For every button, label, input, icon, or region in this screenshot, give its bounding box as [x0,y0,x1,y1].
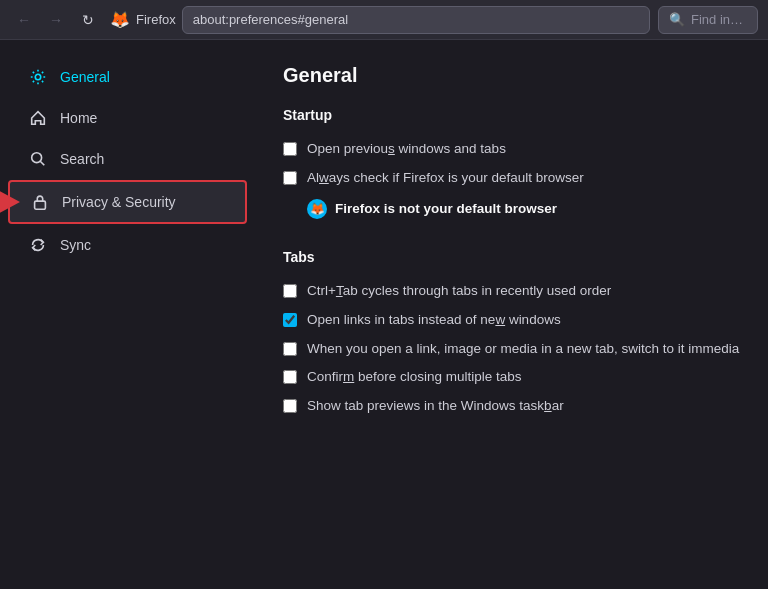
ctrl-tab-label: Ctrl+Tab cycles through tabs in recently… [307,282,611,301]
sidebar-item-search[interactable]: Search [8,139,247,179]
sidebar-item-privacy[interactable]: Privacy & Security [8,180,247,224]
confirm-close-checkbox[interactable] [283,370,297,384]
sidebar-home-label: Home [60,110,97,126]
sidebar-general-label: General [60,69,110,85]
sidebar-privacy-label: Privacy & Security [62,194,176,210]
tab-previews-checkbox[interactable] [283,399,297,413]
check-default-browser-item: Always check if Firefox is your default … [283,164,740,193]
open-links-item: Open links in tabs instead of new window… [283,306,740,335]
confirm-close-label: Confirm before closing multiple tabs [307,368,522,387]
open-prev-windows-checkbox[interactable] [283,142,297,156]
startup-section-title: Startup [283,107,740,123]
underline-tab-t: T [336,283,343,298]
refresh-button[interactable]: ↻ [74,6,102,34]
tab-previews-label: Show tab previews in the Windows taskbar [307,397,564,416]
confirm-close-item: Confirm before closing multiple tabs [283,363,740,392]
firefox-circle-icon: 🦊 [307,199,327,219]
open-prev-windows-item: Open previous windows and tabs [283,135,740,164]
not-default-text: Firefox is not your default browser [335,201,557,216]
default-browser-notice: 🦊 Firefox is not your default browser [307,193,740,225]
underline-s: s [388,141,395,156]
underline-b: b [544,398,552,413]
open-links-label: Open links in tabs instead of new window… [307,311,561,330]
underline-m: m [343,369,354,384]
svg-point-1 [32,153,42,163]
sidebar-sync-label: Sync [60,237,91,253]
svg-point-0 [35,74,40,79]
check-default-browser-checkbox[interactable] [283,171,297,185]
back-button[interactable]: ← [10,6,38,34]
gear-icon [28,67,48,87]
tabs-section-title: Tabs [283,249,740,265]
sidebar-item-general[interactable]: General [8,57,247,97]
tabs-section: Tabs Ctrl+Tab cycles through tabs in rec… [283,249,740,421]
ctrl-tab-checkbox[interactable] [283,284,297,298]
find-placeholder: Find in… [691,12,743,27]
lock-icon [30,192,50,212]
svg-line-2 [40,161,44,165]
address-bar-wrap: 🦊 Firefox about:preferences#general [110,6,650,34]
main-layout: General Home Search [0,40,768,589]
sidebar-item-home[interactable]: Home [8,98,247,138]
home-icon [28,108,48,128]
open-links-checkbox[interactable] [283,313,297,327]
content-area: General Startup Open previous windows an… [255,40,768,589]
ctrl-tab-item: Ctrl+Tab cycles through tabs in recently… [283,277,740,306]
address-bar[interactable]: about:preferences#general [182,6,650,34]
search-icon: 🔍 [669,12,685,27]
switch-tab-item: When you open a link, image or media in … [283,335,740,364]
firefox-logo-icon: 🦊 [110,10,130,30]
sidebar-item-sync[interactable]: Sync [8,225,247,265]
underline-w: w [319,170,329,185]
check-default-browser-label: Always check if Firefox is your default … [307,169,584,188]
switch-tab-label: When you open a link, image or media in … [307,340,739,359]
tab-previews-item: Show tab previews in the Windows taskbar [283,392,740,421]
titlebar: ← → ↻ 🦊 Firefox about:preferences#genera… [0,0,768,40]
svg-rect-4 [35,201,46,209]
switch-tab-checkbox[interactable] [283,342,297,356]
browser-name-label: Firefox [136,12,176,27]
startup-section: Startup Open previous windows and tabs A… [283,107,740,225]
find-bar[interactable]: 🔍 Find in… [658,6,758,34]
nav-buttons: ← → ↻ [10,6,102,34]
address-text: about:preferences#general [193,12,348,27]
red-arrow [0,184,20,220]
sync-icon [28,235,48,255]
underline-w2: w [495,312,505,327]
sidebar-search-label: Search [60,151,104,167]
forward-button[interactable]: → [42,6,70,34]
page-title: General [283,64,740,87]
svg-marker-3 [0,186,20,218]
search-icon [28,149,48,169]
open-prev-windows-label: Open previous windows and tabs [307,140,506,159]
sidebar: General Home Search [0,40,255,589]
